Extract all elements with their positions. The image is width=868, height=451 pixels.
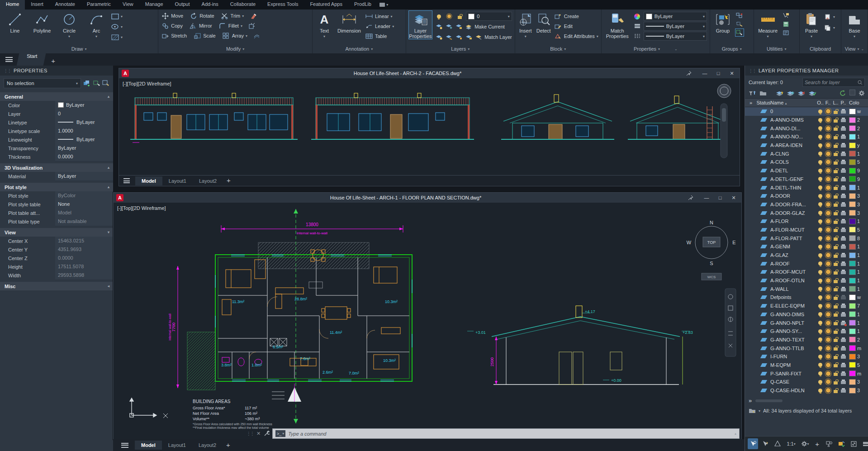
maximize-button[interactable]: □ [713, 71, 723, 76]
layer-lock-icon[interactable] [832, 210, 840, 215]
layer-plot-icon[interactable] [840, 363, 847, 367]
layer-row[interactable]: ✓ A-AREA-IDEN y [745, 141, 868, 150]
text-button[interactable]: A Text▾ [315, 11, 333, 38]
layer-on-icon[interactable] [816, 211, 824, 215]
expand-filters-button[interactable]: » [745, 100, 757, 105]
layer-freeze-icon[interactable] [824, 278, 832, 283]
layer-on-icon[interactable] [816, 185, 824, 190]
layer-color-swatch[interactable] [849, 125, 856, 131]
arc-button[interactable]: Arc▾ [84, 11, 109, 38]
layer-freeze-icon[interactable] [824, 371, 832, 376]
line-button[interactable]: Line [3, 11, 27, 33]
layer-plot-icon[interactable] [840, 244, 847, 249]
array-button[interactable]: Array▾ [222, 31, 261, 40]
layer-color-swatch[interactable] [849, 218, 856, 224]
layer-color-swatch[interactable] [849, 320, 856, 326]
fullscreen-icon[interactable] [849, 438, 859, 449]
ellipse-tool-icon[interactable]: ▾ [111, 22, 123, 31]
layer-lock-icon[interactable] [832, 380, 840, 385]
layer-freeze-icon[interactable] [824, 177, 832, 181]
layer-color-swatch[interactable] [849, 109, 856, 114]
layer-plot-icon[interactable] [840, 160, 847, 164]
insert-button[interactable]: Insert▾ [518, 11, 533, 38]
panel-label-block[interactable]: Block▾ [515, 44, 601, 53]
gear-icon[interactable] [859, 90, 865, 96]
layer-color-swatch[interactable] [849, 159, 856, 165]
measure-button[interactable]: Measure▾ [757, 11, 779, 38]
layer-plot-icon[interactable] [840, 194, 847, 198]
ribbon-tab[interactable]: Manage [139, 0, 169, 9]
grid-icon[interactable] [772, 438, 783, 449]
layer-freeze-icon[interactable] [824, 388, 832, 393]
ribbon-tab[interactable]: Add-ins [196, 0, 224, 9]
layer-lock-icon[interactable] [832, 109, 840, 114]
layer-freeze-icon[interactable] [824, 236, 832, 241]
property-row[interactable]: Plot style tableNone [0, 200, 113, 209]
match-layer-button[interactable]: Match Layer [435, 33, 512, 42]
linear-button[interactable]: Linear▾ [365, 12, 394, 21]
mirror-button[interactable]: Mirror [189, 21, 212, 30]
property-row[interactable]: Plot table att...Model [0, 209, 113, 217]
layer-freeze-icon[interactable] [824, 185, 832, 190]
layer-on-icon[interactable] [816, 135, 824, 139]
layer-row[interactable]: ✓ A-DOOR-GLAZ 3 [745, 209, 868, 217]
erase-icon[interactable] [249, 12, 257, 19]
layer-row[interactable]: ✓ P-SANR-FIXT m [745, 369, 868, 378]
layer-lock-icon[interactable] [832, 194, 840, 199]
ribbon-tab[interactable]: Express Tools [261, 0, 304, 9]
dimension-button[interactable]: Dimension [336, 11, 362, 33]
layer-color-swatch[interactable] [849, 134, 856, 140]
layer-freeze-icon[interactable] [824, 118, 832, 122]
layer-row[interactable]: ✓ A-DETL-THIN 1 [745, 183, 868, 192]
rectangle-tool-icon[interactable]: ▾ [111, 12, 123, 21]
layer-color-swatch[interactable] [849, 201, 856, 207]
cmd-grip-icon[interactable]: ⋮⋮ [247, 431, 254, 436]
layer-color-swatch[interactable] [849, 193, 856, 199]
layer-on-icon[interactable] [816, 337, 824, 342]
layer-lock-icon[interactable] [832, 337, 840, 342]
layer-color-swatch[interactable] [849, 328, 856, 334]
layer-row[interactable]: ✓ A-ANNO-DIMS 2 [745, 116, 868, 124]
new-layer-frozen-icon[interactable] [787, 90, 794, 96]
layer-plot-icon[interactable] [840, 371, 847, 376]
layer-plot-icon[interactable] [840, 270, 847, 274]
layout-menu-icon[interactable] [116, 443, 134, 448]
make-current-button[interactable]: Make Current [435, 22, 512, 31]
polyline-button[interactable]: Polyline [30, 11, 54, 33]
tab-start[interactable]: Start [17, 52, 47, 66]
layer-lock-icon[interactable] [832, 168, 840, 173]
settings-square-icon[interactable] [849, 90, 855, 96]
layout-tab[interactable]: Layout1 [162, 441, 192, 450]
layer-plot-icon[interactable] [840, 354, 847, 359]
layer-freeze-icon[interactable] [824, 287, 832, 291]
ribbon-tab[interactable]: Featured Apps [304, 0, 348, 9]
layer-plot-icon[interactable] [840, 152, 847, 156]
snap-mode-icon[interactable] [760, 438, 770, 449]
pin-icon[interactable] [686, 71, 696, 76]
layer-color-swatch[interactable] [849, 168, 856, 174]
layer-lock-icon[interactable] [832, 388, 840, 393]
minimize-button[interactable]: — [700, 71, 710, 76]
leader-button[interactable]: Leader▾ [365, 22, 394, 31]
property-row[interactable]: Lineweight ByLayer [0, 135, 113, 144]
close-button[interactable]: ✕ [727, 71, 737, 76]
layer-row[interactable]: ✓ A-CLNG 1 [745, 149, 868, 158]
layer-color-swatch[interactable] [849, 261, 856, 266]
property-row[interactable]: MaterialByLayer [0, 172, 113, 180]
cut-icon[interactable] [823, 13, 831, 20]
select-objects-icon[interactable] [93, 80, 100, 86]
selection-cycling-icon[interactable] [824, 438, 835, 449]
layer-row[interactable]: ✓ G-ANNO-SY... 1 [745, 327, 868, 336]
lpm-header[interactable]: ⋮⋮LAYER PROPERTIES MANAGER [745, 66, 868, 76]
layer-row[interactable]: ✓ A-DETL-GENF 9 [745, 175, 868, 184]
layer-freeze-icon[interactable] [824, 152, 832, 156]
table-button[interactable]: Table [365, 32, 394, 41]
layer-on-icon[interactable] [816, 143, 824, 147]
layer-row[interactable]: ✓ M-EQPM 5 [745, 361, 868, 370]
create-block-button[interactable]: Create [554, 12, 598, 21]
layer-plot-icon[interactable] [840, 346, 847, 351]
layer-lock-icon[interactable] [832, 134, 840, 139]
layer-lock-icon[interactable] [832, 202, 840, 207]
group-selection-toggle-icon[interactable] [735, 29, 744, 36]
layer-color-swatch[interactable] [849, 142, 856, 148]
